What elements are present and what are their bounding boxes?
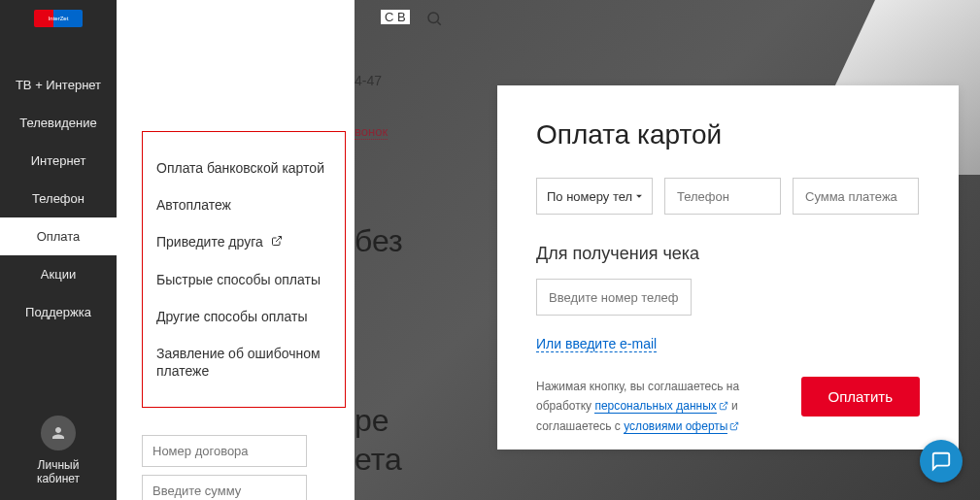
chevron-down-icon: [632, 189, 646, 203]
nav-television[interactable]: Телевидение: [0, 104, 117, 142]
select-label: По номеру тел: [547, 189, 632, 204]
nav-support[interactable]: Поддержка: [0, 293, 117, 331]
submenu-quick-pay[interactable]: Быстрые способы оплаты: [156, 261, 331, 298]
payment-type-select[interactable]: По номеру тел: [536, 178, 653, 215]
external-link-icon: [271, 233, 283, 250]
nav-promo[interactable]: Акции: [0, 255, 117, 293]
text-fragment-2: ре: [355, 403, 389, 439]
account-label: Личный кабинет: [15, 458, 102, 485]
text-fragment-3: ета: [355, 442, 402, 478]
amount-input[interactable]: [793, 178, 919, 215]
phone-input[interactable]: [664, 178, 781, 215]
user-icon: [41, 416, 76, 450]
search-icon[interactable]: [425, 10, 443, 31]
payment-input-row: По номеру тел: [536, 178, 920, 215]
svg-point-0: [428, 13, 439, 23]
external-link-icon: [729, 417, 739, 437]
chat-button[interactable]: [920, 440, 963, 483]
header-fragment: С В: [381, 10, 410, 24]
offer-terms-link[interactable]: условиями оферты: [624, 419, 727, 434]
payment-bottom-row: Нажимая кнопку, вы соглашаетесь на обраб…: [536, 377, 920, 437]
submenu-other-pay[interactable]: Другие способы оплаты: [156, 298, 331, 335]
submenu-refer-friend[interactable]: Приведите друга: [156, 223, 331, 260]
phone-fragment: 4-47: [355, 73, 382, 88]
contract-form: [142, 435, 307, 500]
external-link-icon: [719, 397, 728, 417]
text-fragment-1: без: [355, 223, 403, 259]
submenu-card-payment[interactable]: Оплата банковской картой: [156, 150, 331, 186]
nav-internet[interactable]: Интернет: [0, 142, 117, 180]
submenu-panel: Оплата банковской картой Автоплатеж Прив…: [117, 0, 355, 500]
payment-title: Оплата картой: [536, 119, 920, 150]
chat-icon: [930, 450, 952, 472]
nav-tv-internet[interactable]: ТВ + Интернет: [0, 66, 117, 104]
agreement-text: Нажимая кнопку, вы соглашаетесь на обраб…: [536, 377, 782, 437]
submenu-wrong-payment[interactable]: Заявление об ошибочном платеже: [156, 335, 331, 389]
callback-fragment: вонок: [355, 124, 388, 140]
svg-line-1: [437, 21, 440, 24]
logo-image: InterZet: [34, 10, 83, 27]
nav-payment[interactable]: Оплата: [0, 217, 117, 255]
account-section[interactable]: Личный кабинет: [0, 401, 117, 500]
payment-card: Оплата картой По номеру тел Для получени…: [497, 85, 959, 450]
nav-phone[interactable]: Телефон: [0, 180, 117, 217]
pay-button[interactable]: Оплатить: [801, 377, 921, 417]
check-title: Для получения чека: [536, 244, 920, 264]
submenu-refer-label: Приведите друга: [156, 234, 263, 250]
logo[interactable]: InterZet: [0, 0, 117, 37]
contract-amount-input[interactable]: [142, 475, 307, 500]
check-phone-input[interactable]: [536, 279, 692, 316]
submenu-autopay[interactable]: Автоплатеж: [156, 186, 331, 223]
contract-number-input[interactable]: [142, 435, 307, 467]
personal-data-link[interactable]: персональных данных: [594, 399, 716, 414]
email-toggle-link[interactable]: Или введите e-mail: [536, 336, 657, 352]
nav-list: ТВ + Интернет Телевидение Интернет Телеф…: [0, 66, 117, 331]
submenu-box: Оплата банковской картой Автоплатеж Прив…: [142, 131, 346, 408]
sidebar: InterZet ТВ + Интернет Телевидение Интер…: [0, 0, 117, 500]
